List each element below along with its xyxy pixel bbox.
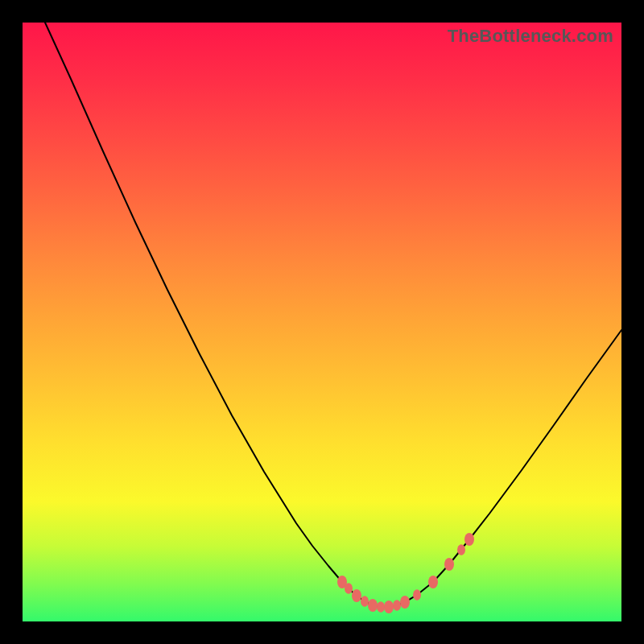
curve-marker xyxy=(413,589,421,601)
curve-marker xyxy=(457,544,465,555)
curve-marker xyxy=(464,533,474,546)
curve-markers xyxy=(337,533,474,613)
curve-marker xyxy=(384,601,394,613)
curve-marker xyxy=(345,583,353,594)
curve-marker xyxy=(368,599,378,612)
curve-marker xyxy=(352,589,361,602)
curve-marker xyxy=(400,596,410,609)
curve-marker xyxy=(377,601,385,613)
plot-area: TheBottleneck.com xyxy=(23,23,621,621)
curve-marker xyxy=(393,600,401,611)
curve-marker xyxy=(444,558,454,571)
chart-frame: TheBottleneck.com xyxy=(0,0,644,644)
curve-marker xyxy=(428,576,438,588)
curve-marker xyxy=(361,596,369,607)
bottleneck-curve xyxy=(45,23,621,607)
chart-overlay xyxy=(23,23,621,621)
